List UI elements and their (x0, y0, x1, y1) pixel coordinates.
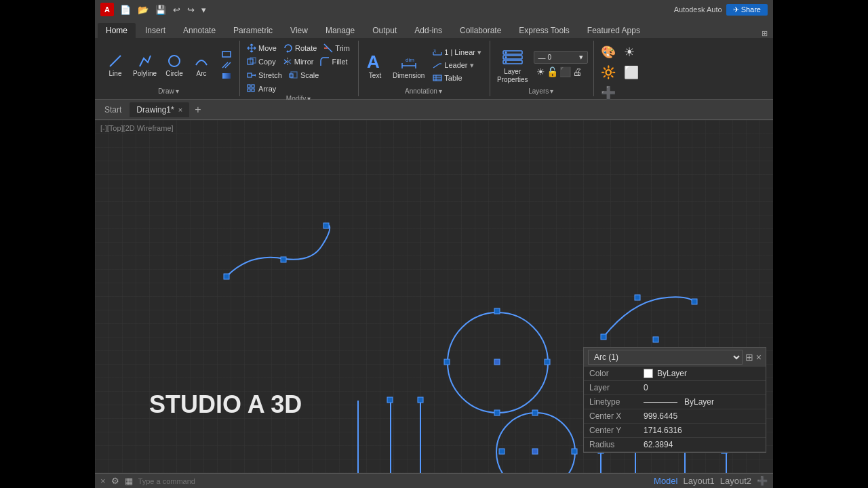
gradient-tool[interactable] (219, 71, 234, 81)
ribbon-options[interactable]: ⊞ (762, 29, 770, 38)
prop-label-centery: Center Y (589, 426, 644, 435)
tab-home[interactable]: Home (98, 23, 136, 38)
prop-label-color: Color (589, 369, 644, 378)
drawing-tab-label: Drawing1* (136, 105, 174, 115)
color-icon[interactable]: ⬛ (559, 66, 571, 77)
grip-vl-2 (418, 397, 423, 403)
tab-addins[interactable]: Add-ins (406, 23, 450, 38)
tab-view[interactable]: View (282, 23, 316, 38)
extra-tool-2[interactable]: ☀ (621, 43, 637, 61)
panel-close-icon[interactable]: × (756, 352, 762, 363)
hatch-tool[interactable] (219, 60, 234, 70)
layer-properties-tool[interactable]: Layer Properties (494, 45, 531, 85)
open-btn[interactable]: 📂 (136, 3, 151, 16)
array-tool[interactable]: Array (244, 83, 279, 95)
grip-3 (323, 223, 329, 228)
start-tab[interactable]: Start (98, 102, 128, 117)
fillet-tool[interactable]: Fillet (317, 56, 350, 68)
prop-value-layer: 0 (644, 383, 648, 392)
draw-extras (219, 49, 234, 81)
grip-vl-1 (387, 397, 393, 403)
save-btn[interactable]: 💾 (153, 3, 168, 16)
text-tool[interactable]: A Text (363, 49, 387, 81)
status-settings[interactable]: ⚙ (111, 476, 119, 486)
undo-btn[interactable]: ↩ (171, 3, 182, 16)
svg-line-3 (222, 62, 228, 68)
extra-tool-1[interactable]: 🎨 (598, 43, 618, 61)
tab-output[interactable]: Output (364, 23, 405, 38)
tab-insert[interactable]: Insert (137, 23, 174, 38)
panel-grid-icon[interactable]: ⊞ (745, 352, 753, 363)
circle-label: Circle (165, 70, 183, 77)
polyline-tool[interactable]: Polyline (130, 51, 159, 79)
line-label: Line (109, 70, 122, 77)
arc-icon (193, 53, 210, 69)
svg-text:A: A (367, 52, 380, 71)
dimension-icon: dim (399, 51, 418, 71)
grip-c4 (444, 359, 450, 365)
arc-label: Arc (197, 70, 207, 77)
table-tool[interactable]: Table (430, 73, 484, 83)
prop-centery: Center Y 1714.6316 (584, 424, 766, 438)
prop-label-linetype: Linetype (589, 397, 644, 407)
studio-label: STUDIO A 3D (149, 390, 302, 419)
redo-btn[interactable]: ↪ (185, 3, 197, 16)
model-tab[interactable]: Model (654, 476, 677, 486)
new-tab-btn[interactable]: + (191, 104, 205, 116)
command-input[interactable] (138, 477, 391, 485)
tab-express[interactable]: Express Tools (511, 23, 577, 38)
layout1-tab[interactable]: Layout1 (683, 476, 714, 486)
leader-tool[interactable]: Leader ▾ (430, 60, 484, 71)
layout2-tab[interactable]: Layout2 (720, 476, 751, 486)
print-icon[interactable]: 🖨 (572, 66, 582, 77)
object-type-dropdown[interactable]: Arc (1) (588, 350, 743, 365)
dropdown-arrow[interactable]: ▾ (199, 3, 208, 16)
svg-line-4 (225, 62, 231, 68)
annotation-group-label: Annotation ▾ (405, 87, 442, 95)
rotate-tool[interactable]: Rotate (281, 42, 319, 54)
mirror-tool[interactable]: Mirror (280, 56, 317, 68)
new-btn[interactable]: 📄 (118, 3, 133, 16)
trim-tool[interactable]: Trim (321, 42, 353, 54)
tab-featured[interactable]: Featured Apps (579, 23, 648, 38)
linear-tool[interactable]: 1| 1 | Linear ▾ (430, 47, 484, 58)
scale-tool[interactable]: Scale (286, 69, 322, 81)
color-swatch (644, 369, 653, 378)
stretch-tool[interactable]: Stretch (244, 69, 285, 81)
annotation-col: 1| 1 | Linear ▾ Leader ▾ Table (430, 47, 484, 83)
prop-value-centery: 1714.6316 (644, 426, 682, 435)
svg-marker-14 (254, 74, 256, 77)
copy-tool[interactable]: Copy (244, 56, 279, 68)
rect-shape (601, 451, 726, 473)
share-button[interactable]: ✈ Share (726, 4, 768, 16)
layer-dropdown[interactable]: — 0 ▾ (534, 51, 588, 64)
tab-bar: Start Drawing1* × + (95, 100, 773, 120)
extra-tool-4[interactable]: ⬜ (621, 64, 642, 81)
arc-tool[interactable]: Arc (189, 51, 214, 79)
draw-tools: Line Polyline Circle Arc (103, 42, 234, 87)
tab-collaborate[interactable]: Collaborate (452, 23, 509, 38)
annotation-tools: A Text dim Dimension (363, 42, 484, 87)
status-close[interactable]: × (100, 476, 106, 486)
drawing-area[interactable]: [-][Top][2D Wireframe] (95, 120, 773, 473)
tab-parametric[interactable]: Parametric (225, 23, 281, 38)
svg-point-40 (505, 56, 507, 58)
rectangle-tool[interactable] (219, 49, 234, 59)
extra-tool-3[interactable]: 🔆 (598, 64, 618, 81)
move-tool[interactable]: Move (244, 42, 279, 54)
tab-close-btn[interactable]: × (178, 106, 182, 114)
tab-annotate[interactable]: Annotate (175, 23, 224, 38)
svg-rect-20 (252, 89, 254, 92)
quick-access-toolbar: 📄 📂 💾 ↩ ↪ ▾ (118, 3, 208, 16)
new-layout-btn[interactable]: ➕ (757, 476, 768, 486)
line-tool[interactable]: Line (103, 51, 127, 79)
tab-manage[interactable]: Manage (317, 23, 363, 38)
freeze-icon[interactable]: ☀ (536, 66, 545, 77)
circle-tool[interactable]: Circle (162, 51, 186, 79)
drawing-tab[interactable]: Drawing1* × (130, 102, 189, 117)
dimension-tool[interactable]: dim Dimension (390, 49, 427, 81)
arc-shape-1 (227, 225, 330, 276)
prop-value-color: ByLayer (644, 369, 687, 378)
lock-icon[interactable]: 🔓 (547, 66, 558, 77)
status-grid[interactable]: ▦ (125, 476, 133, 486)
